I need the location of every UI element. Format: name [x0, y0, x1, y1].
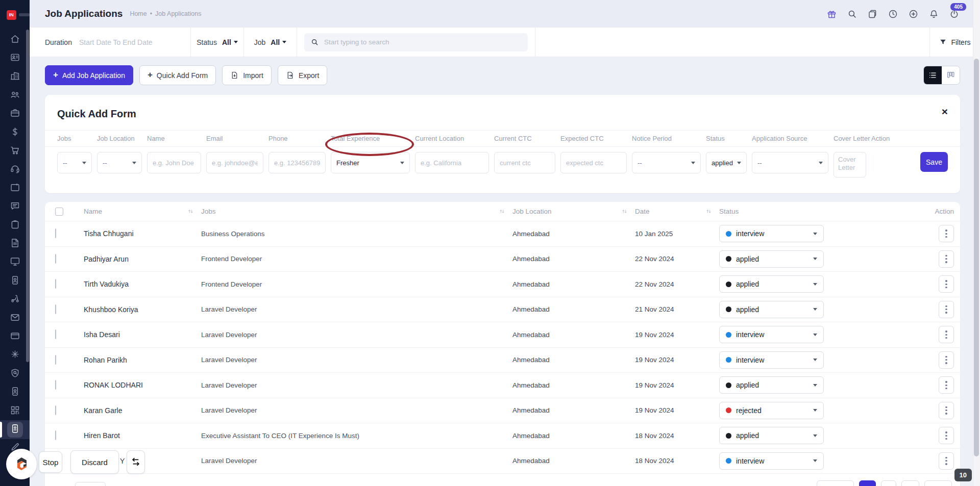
- row-actions-menu-button[interactable]: [939, 250, 954, 268]
- row-actions-menu-button[interactable]: [939, 301, 954, 318]
- row-checkbox[interactable]: [55, 355, 56, 365]
- column-header-name[interactable]: Name: [84, 208, 201, 215]
- name-field[interactable]: [153, 159, 195, 167]
- export-button[interactable]: Export: [278, 65, 327, 85]
- per-page-select[interactable]: [75, 482, 106, 486]
- status-filter-dropdown[interactable]: All: [222, 38, 238, 46]
- status-select[interactable]: applied: [719, 250, 824, 268]
- sidebar-item-chat[interactable]: [0, 198, 30, 216]
- row-checkbox[interactable]: [55, 279, 56, 289]
- pagination-page-button[interactable]: [881, 480, 896, 486]
- pagination-prev-button[interactable]: [817, 480, 854, 486]
- status-select[interactable]: applied: [706, 152, 747, 173]
- sidebar-scrollbar-thumb[interactable]: [26, 30, 29, 362]
- list-view-button[interactable]: [924, 66, 942, 84]
- select-all-checkbox[interactable]: [55, 208, 63, 216]
- history-icon[interactable]: [888, 9, 898, 19]
- sort-icon[interactable]: [499, 208, 505, 215]
- row-actions-menu-button[interactable]: [939, 452, 954, 470]
- sidebar-item-job-applications[interactable]: [0, 420, 30, 439]
- status-filter[interactable]: Status All: [191, 28, 244, 57]
- column-header-jobs[interactable]: Jobs: [201, 208, 512, 215]
- status-select[interactable]: applied: [719, 275, 824, 293]
- sidebar-item-briefcase[interactable]: [0, 105, 30, 123]
- sidebar-item-id-card[interactable]: [0, 272, 30, 290]
- save-button[interactable]: Save: [920, 152, 948, 172]
- search-input[interactable]: [324, 38, 522, 46]
- status-select[interactable]: applied: [719, 301, 824, 318]
- page-scrollbar-thumb[interactable]: [974, 59, 979, 456]
- duration-filter[interactable]: Duration Start Date To End Date: [30, 28, 191, 57]
- add-job-application-button[interactable]: + Add Job Application: [45, 65, 133, 85]
- sidebar-item-calendar[interactable]: [0, 179, 30, 197]
- column-header-job-location[interactable]: Job Location: [512, 208, 635, 215]
- sidebar-item-building[interactable]: [0, 68, 30, 86]
- swap-button[interactable]: [127, 450, 145, 474]
- row-checkbox[interactable]: [55, 254, 56, 264]
- sidebar-item-sparkle[interactable]: [0, 346, 30, 365]
- import-button[interactable]: Import: [222, 65, 272, 85]
- email-field[interactable]: [212, 159, 258, 167]
- expected-ctc-field[interactable]: [566, 159, 621, 167]
- row-actions-menu-button[interactable]: [939, 225, 954, 242]
- job-filter[interactable]: Job All: [244, 28, 297, 57]
- extension-logo-button[interactable]: [6, 449, 37, 479]
- pagination-next-button[interactable]: [924, 480, 952, 486]
- status-select[interactable]: applied: [719, 427, 824, 444]
- row-actions-menu-button[interactable]: [939, 402, 954, 419]
- sidebar-item-headset[interactable]: [0, 161, 30, 179]
- total-experience-select[interactable]: Fresher: [331, 152, 410, 173]
- sort-icon[interactable]: [187, 208, 194, 215]
- sidebar-item-dollar[interactable]: [0, 123, 30, 142]
- sidebar-item-home[interactable]: [0, 31, 30, 49]
- sidebar-item-browser-window[interactable]: [0, 327, 30, 346]
- job-location-select[interactable]: --: [97, 152, 142, 173]
- row-checkbox[interactable]: [55, 228, 56, 238]
- row-checkbox[interactable]: [55, 329, 56, 339]
- row-actions-menu-button[interactable]: [939, 427, 954, 444]
- status-select[interactable]: applied: [719, 376, 824, 394]
- sidebar-item-mail[interactable]: [0, 309, 30, 327]
- row-checkbox[interactable]: [55, 430, 56, 440]
- sidebar-item-qr-code[interactable]: [0, 402, 30, 420]
- application-source-select[interactable]: --: [752, 152, 828, 173]
- row-actions-menu-button[interactable]: [939, 351, 954, 369]
- add-circle-icon[interactable]: [908, 9, 919, 19]
- notes-icon[interactable]: [867, 9, 878, 19]
- current-location-field[interactable]: [421, 159, 483, 167]
- row-checkbox[interactable]: [55, 405, 56, 415]
- notice-period-select[interactable]: --: [632, 152, 701, 173]
- gift-icon[interactable]: [826, 9, 837, 19]
- notifications-icon[interactable]: [928, 9, 939, 19]
- page-scrollbar[interactable]: [973, 0, 980, 486]
- row-actions-menu-button[interactable]: [939, 326, 954, 343]
- sidebar-item-contact-card[interactable]: [0, 383, 30, 401]
- sidebar-item-file-document[interactable]: [0, 235, 30, 253]
- pagination-page-button[interactable]: [859, 480, 876, 486]
- row-checkbox[interactable]: [55, 380, 56, 390]
- pagination-page-button[interactable]: [901, 480, 919, 486]
- sidebar-item-clipboard[interactable]: [0, 216, 30, 235]
- sidebar-item-shield-search[interactable]: [0, 365, 30, 383]
- status-select[interactable]: interview: [719, 351, 824, 369]
- cover-letter-field[interactable]: [834, 152, 866, 177]
- quick-add-form-button[interactable]: + Quick Add Form: [139, 65, 216, 85]
- sidebar-item-team[interactable]: [0, 86, 30, 105]
- row-actions-menu-button[interactable]: [939, 275, 954, 293]
- job-filter-dropdown[interactable]: All: [271, 38, 286, 46]
- breadcrumb-home[interactable]: Home: [130, 10, 146, 17]
- status-select[interactable]: interview: [719, 225, 824, 242]
- sort-icon[interactable]: [705, 208, 712, 215]
- kanban-view-button[interactable]: [942, 66, 960, 84]
- column-header-date[interactable]: Date: [635, 208, 719, 215]
- sidebar-item-scooter[interactable]: [0, 290, 30, 309]
- phone-field[interactable]: [274, 159, 320, 167]
- search-icon[interactable]: [847, 9, 857, 19]
- current-ctc-field[interactable]: [500, 159, 550, 167]
- jobs-select[interactable]: --: [57, 152, 92, 173]
- status-select[interactable]: rejected: [719, 402, 824, 419]
- status-select[interactable]: interview: [719, 452, 824, 470]
- row-actions-menu-button[interactable]: [939, 376, 954, 394]
- close-icon[interactable]: ×: [942, 106, 948, 117]
- sort-icon[interactable]: [621, 208, 628, 215]
